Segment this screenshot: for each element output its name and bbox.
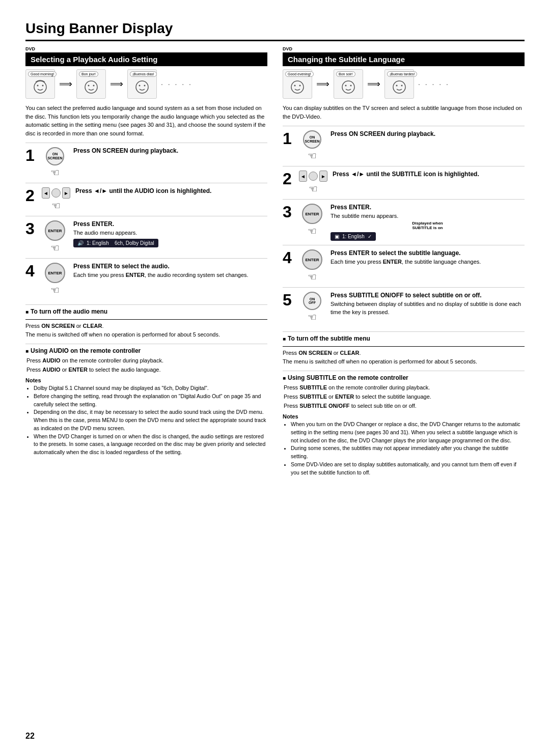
right-face-svg-1 [288,77,307,96]
right-remote-list: Press SUBTITLE on the remote controller … [283,383,525,410]
left-step-3-title: Press ENTER. [73,220,267,228]
left-note-turn-off: To turn off the audio menu Press ON SCRE… [25,304,267,339]
left-note-2: Before changing the setting, read throug… [34,393,267,409]
right-note-turn-off: To turn off the subtitle menu Press ON S… [283,331,525,366]
left-step-2-title: Press ◄/► until the AUDIO icon is highli… [75,187,267,194]
right-step-4-icon: ENTER ☜ [299,249,325,283]
left-menu-audio-icon: 🔊 [77,240,84,246]
left-note-3: Depending on the disc, it may be necessa… [34,408,267,432]
right-notes: Notes When you turn on the DVD Changer o… [283,413,525,477]
left-step-4-number: 4 [25,263,37,279]
right-illustration-row: Good evening! ⟹ Bon soir! ⟹ [283,69,525,99]
svg-point-1 [37,85,39,87]
right-arrow-2: ⟹ [367,78,380,90]
right-bubble-1: Good evening! [285,71,314,77]
left-face-svg-2 [81,77,101,96]
right-step-2-title: Press ◄/► until the SUBTITLE icon is hig… [333,171,525,178]
right-divider-1 [283,346,525,347]
right-step-5-title: Press SUBTITLE ON/OFF to select subtitle… [331,292,525,299]
right-face-svg-2 [339,77,358,96]
left-note-4: When the DVD Changer is turned on or whe… [34,433,267,457]
svg-point-5 [93,85,95,87]
svg-point-0 [34,81,46,93]
left-remote-section: Using AUDIO on the remote controller Pre… [25,344,267,374]
right-remote-item-2: Press SUBTITLE or ENTER to select the su… [284,393,525,402]
right-note-turn-off-title: To turn off the subtitle menu [283,335,525,342]
left-remote-item-2: Press AUDIO or ENTER to select the audio… [26,366,267,375]
right-hand-2: ☜ [309,183,318,195]
right-step-1: 1 ONSCREEN ☜ Press ON SCREEN during play… [283,126,525,166]
svg-point-4 [88,85,90,87]
right-notes-list: When you turn on the DVD Changer or repl… [283,421,525,477]
left-remote-title: Using AUDIO on the remote controller [25,347,267,354]
right-step-3-content: Press ENTER. The subtitle menu appears. … [331,204,525,241]
left-notes-list: Dolby Digital 5.1 Channel sound may be d… [25,384,267,457]
right-step-4-number: 4 [283,249,294,266]
left-bubble-1: Good morning! [28,71,57,77]
right-step-2-content: Press ◄/► until the SUBTITLE icon is hig… [333,171,525,179]
left-notes: Notes Dolby Digital 5.1 Channel sound ma… [25,377,267,457]
right-arrow-1: ⟹ [316,78,329,90]
right-step-5: 5 ONOFF ☜ Press SUBTITLE ON/OFF to selec… [283,287,525,327]
left-step-4: 4 ENTER ☜ Press ENTER to select the audi… [25,258,267,300]
svg-point-10 [294,85,296,87]
left-illustration-row: Good morning! ⟹ Bon jour! [25,69,267,99]
right-note-2: During some scenes, the subtitles may no… [291,444,525,461]
left-step-1-content: Press ON SCREEN during playback. [73,147,267,156]
left-notes-title: Notes [25,377,267,383]
right-step-5-content: Press SUBTITLE ON/OFF to select subtitle… [331,292,525,316]
page-number: 22 [25,732,35,741]
right-menu-subtitle-text: 1: English [342,234,365,239]
left-section: DVD Selecting a Playback Audio Setting G… [25,46,267,477]
left-step-3: 3 ENTER ☜ Press ENTER. The audio menu ap… [25,216,267,258]
svg-point-17 [401,85,403,87]
left-step-4-title: Press ENTER to select the audio. [73,263,267,270]
left-step-1-title: Press ON SCREEN during playback. [73,147,267,154]
right-enter-btn-4: ENTER [302,249,322,270]
left-enter-btn-3: ENTER [45,220,65,241]
svg-point-12 [342,81,354,93]
right-note-1: When you turn on the DVD Changer or repl… [291,421,525,444]
right-hand-3: ☜ [308,225,317,237]
right-hand-4: ☜ [308,271,317,283]
left-step-3-sub: The audio menu appears. [73,229,267,237]
svg-point-13 [345,85,347,87]
svg-point-15 [393,81,405,93]
right-step-3-sub: The subtitle menu appears. [331,212,525,220]
left-bubble-3: ¡Buenos dias! [130,71,157,77]
left-bubble-2: Bon jour! [79,71,98,77]
left-dots: · · · · · [161,80,193,88]
right-subtitle-on-label: Displayed whenSUBTITLE is on [331,221,525,230]
left-step-4-icon: ENTER ☜ [42,263,68,296]
left-step-2-icon: ◄ ► ☜ [42,187,70,212]
right-dpad-center [309,172,318,181]
left-dpad-2: ◄ ► [42,187,70,199]
svg-point-6 [136,81,148,93]
left-note-1: Dolby Digital 5.1 Channel sound may be d… [34,384,267,393]
left-on-screen-btn-1: ONSCREEN [46,147,64,165]
left-arrow-1: ⟹ [59,78,72,90]
right-step-1-title: Press ON SCREEN during playback. [331,130,525,137]
left-step-1-number: 1 [25,147,37,163]
right-bubble-2: Bon soir! [336,71,355,77]
right-step-3-title: Press ENTER. [331,204,525,211]
right-hand-5: ☜ [308,311,317,323]
right-enter-btn-3: ENTER [302,204,322,224]
right-face-svg-3 [390,77,409,96]
left-hand-4: ☜ [50,284,60,296]
right-step-2-number: 2 [283,171,294,187]
left-dpad-right: ► [62,187,70,199]
left-face-svg-3 [132,77,152,96]
right-step-4: 4 ENTER ☜ Press ENTER to select the subt… [283,245,525,287]
svg-point-7 [139,85,141,87]
left-face-2: Bon jour! [76,69,106,99]
svg-point-11 [299,85,301,87]
right-step-1-content: Press ON SCREEN during playback. [331,130,525,139]
right-note-3: Some DVD-Video are set to display subtit… [291,461,525,477]
left-step-2-content: Press ◄/► until the AUDIO icon is highli… [75,187,267,196]
right-step-3-number: 3 [283,204,294,220]
svg-point-3 [85,81,97,93]
svg-point-9 [291,81,304,93]
left-face-3: ¡Buenos dias! [127,69,157,99]
right-dots: · · · · · [418,80,450,88]
